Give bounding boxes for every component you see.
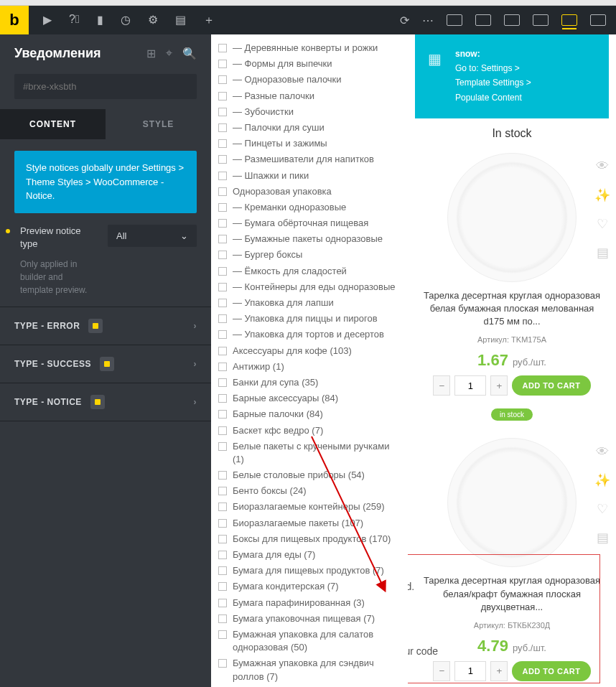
device-tablet[interactable] xyxy=(504,14,520,26)
product-title[interactable]: Тарелка десертная круглая одноразовая бе… xyxy=(415,289,609,329)
app-logo[interactable]: b xyxy=(0,6,29,34)
filter-item[interactable]: Бенто боксы (24) xyxy=(218,483,401,499)
filter-item[interactable]: — Формы для выпечки xyxy=(218,56,401,72)
checkbox-icon[interactable] xyxy=(218,172,227,180)
checkbox-icon[interactable] xyxy=(218,471,227,480)
checkbox-icon[interactable] xyxy=(218,503,227,511)
filter-item[interactable]: Одноразовая упаковка xyxy=(218,184,401,200)
clipboard-icon[interactable]: ▮ xyxy=(97,13,103,28)
filter-item[interactable]: — Размешиватели для напитков xyxy=(218,151,401,167)
history-icon[interactable]: ◷ xyxy=(121,13,131,28)
filter-item[interactable]: — Упаковка для пиццы и пирогов xyxy=(218,311,401,327)
filter-item[interactable]: Баскет кфс ведро (7) xyxy=(218,423,401,439)
filter-item[interactable]: Бумага упаковочная пищевая (7) xyxy=(218,611,401,627)
add-icon[interactable]: ＋ xyxy=(203,13,215,28)
filter-item[interactable]: — Палочки для суши xyxy=(218,120,401,136)
checkbox-icon[interactable] xyxy=(218,155,227,164)
checkbox-icon[interactable] xyxy=(218,519,227,528)
checkbox-icon[interactable] xyxy=(218,203,227,212)
filter-item[interactable]: — Контейнеры для еды одноразовые xyxy=(218,279,401,295)
filter-item[interactable]: — Разные палочки xyxy=(218,88,401,104)
checkbox-icon[interactable] xyxy=(218,283,227,291)
heart-icon[interactable]: ♡ xyxy=(593,500,612,518)
checkbox-icon[interactable] xyxy=(218,251,227,259)
filter-item[interactable]: Боксы для пищевых продуктов (170) xyxy=(218,531,401,547)
qty-minus-button[interactable]: − xyxy=(433,661,450,681)
refresh-icon[interactable]: ⟳ xyxy=(400,14,409,27)
filter-item[interactable]: Биоразлагаемые пакеты (107) xyxy=(218,515,401,531)
filter-item[interactable]: — Одноразовые палочки xyxy=(218,72,401,88)
device-laptop[interactable] xyxy=(475,14,491,26)
checkbox-icon[interactable] xyxy=(218,599,227,607)
checkbox-icon[interactable] xyxy=(218,378,227,387)
filter-item[interactable]: — Бумажные пакеты одноразовые xyxy=(218,231,401,247)
checkbox-icon[interactable] xyxy=(218,487,227,495)
add-to-cart-button[interactable]: ADD TO CART xyxy=(512,375,590,396)
checkbox-icon[interactable] xyxy=(218,330,227,339)
checkbox-icon[interactable] xyxy=(218,363,227,371)
filter-item[interactable]: — Упаковка для лапши xyxy=(218,295,401,311)
filter-item[interactable]: Бумага парафинированная (3) xyxy=(218,595,401,611)
sparkle-icon[interactable]: ✨ xyxy=(593,471,612,490)
checkbox-icon[interactable] xyxy=(218,139,227,148)
checkbox-icon[interactable] xyxy=(218,535,227,543)
play-icon[interactable]: ▶ xyxy=(43,13,52,28)
list-icon[interactable]: ▤ xyxy=(593,243,612,262)
checkbox-icon[interactable] xyxy=(218,614,227,623)
checkbox-icon[interactable] xyxy=(218,394,227,403)
element-search[interactable] xyxy=(14,74,197,99)
tab-content[interactable]: CONTENT xyxy=(0,109,106,139)
product-title[interactable]: Тарелка десертная круглая одноразовая бе… xyxy=(415,574,609,614)
filter-item[interactable]: Белые пакеты с кручеными ручками (1) xyxy=(218,439,401,467)
checkbox-icon[interactable] xyxy=(218,551,227,559)
filter-item[interactable]: Бумажная упаковка для салатов одноразова… xyxy=(218,627,401,655)
device-mobile[interactable] xyxy=(561,14,577,26)
structure-icon[interactable]: ⊞ xyxy=(146,47,156,60)
qty-plus-button[interactable]: + xyxy=(490,661,508,681)
preview-type-select[interactable]: All ⌄ xyxy=(108,225,197,247)
checkbox-icon[interactable] xyxy=(218,123,227,132)
list-icon[interactable]: ▤ xyxy=(593,528,612,547)
filter-item[interactable]: — Зубочистки xyxy=(218,104,401,120)
filter-item[interactable]: Бумага для пищевых продуктов (7) xyxy=(218,563,401,579)
filter-item[interactable]: Биоразлагаемые контейнеры (259) xyxy=(218,499,401,515)
filter-item[interactable]: Аксессуары для кофе (103) xyxy=(218,343,401,359)
filter-item[interactable]: — Бургер боксы xyxy=(218,247,401,263)
qty-input[interactable] xyxy=(454,375,486,396)
page-icon[interactable]: ▤ xyxy=(175,13,186,28)
checkbox-icon[interactable] xyxy=(218,426,227,435)
checkbox-icon[interactable] xyxy=(218,267,227,276)
product-image[interactable] xyxy=(447,438,577,567)
checkbox-icon[interactable] xyxy=(218,75,227,84)
search-input[interactable] xyxy=(14,74,197,99)
more-icon[interactable]: ⋯ xyxy=(422,14,434,27)
filter-item[interactable]: Бумажная упаковка для сэндвич роллов (7) xyxy=(218,655,401,684)
filter-item[interactable]: — Деревянные конверты и рожки xyxy=(218,40,401,56)
qty-input[interactable] xyxy=(454,661,486,681)
checkbox-icon[interactable] xyxy=(218,659,227,668)
checkbox-icon[interactable] xyxy=(218,108,227,116)
heart-icon[interactable]: ♡ xyxy=(593,215,612,233)
filter-item[interactable]: — Бумага обёрточная пищевая xyxy=(218,215,401,231)
gear-icon[interactable]: ⚙ xyxy=(148,13,158,28)
lock-icon[interactable]: ⌖ xyxy=(166,47,172,60)
filter-item[interactable]: Антижир (1) xyxy=(218,359,401,375)
checkbox-icon[interactable] xyxy=(218,442,227,451)
filter-item[interactable]: — Креманки одноразовые xyxy=(218,200,401,215)
accordion-type-success[interactable]: TYPE - SUCCESS › xyxy=(0,345,211,383)
filter-item[interactable]: Барные аксессуары (84) xyxy=(218,391,401,406)
checkbox-icon[interactable] xyxy=(218,566,227,575)
search-panel-icon[interactable]: 🔍 xyxy=(182,47,197,60)
filter-item[interactable]: Барные палочки (84) xyxy=(218,406,401,422)
tab-style[interactable]: STYLE xyxy=(106,109,211,139)
eye-icon[interactable]: 👁 xyxy=(593,442,612,461)
qty-minus-button[interactable]: − xyxy=(433,375,450,396)
checkbox-icon[interactable] xyxy=(218,235,227,243)
filter-list[interactable]: — Деревянные конверты и рожки— Формы для… xyxy=(211,34,408,687)
add-to-cart-button[interactable]: ADD TO CART xyxy=(512,661,590,681)
checkbox-icon[interactable] xyxy=(218,314,227,323)
filter-item[interactable]: — Ёмкость для сладостей xyxy=(218,263,401,279)
checkbox-icon[interactable] xyxy=(218,219,227,228)
qty-plus-button[interactable]: + xyxy=(490,375,508,396)
accordion-type-error[interactable]: TYPE - ERROR › xyxy=(0,307,211,345)
